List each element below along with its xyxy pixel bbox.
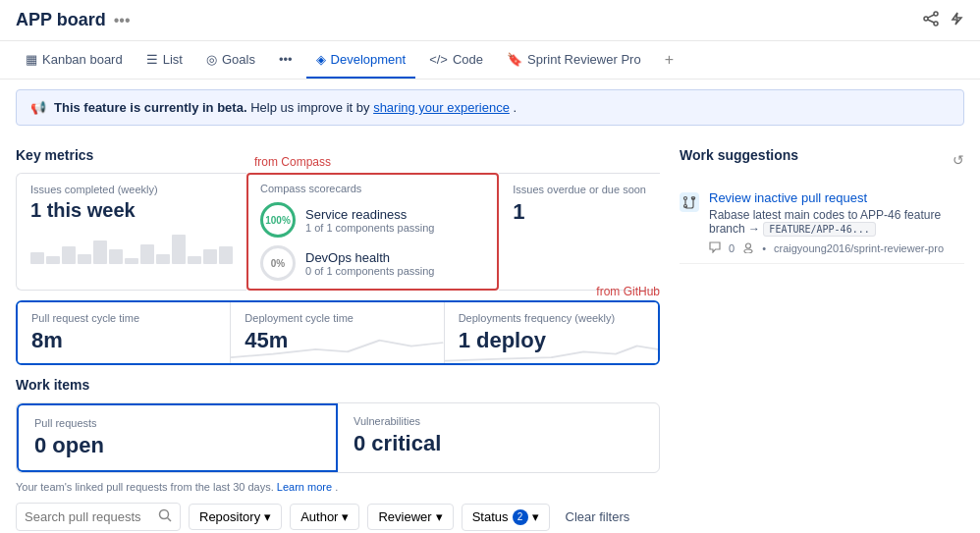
metric-issues-completed: Issues completed (weekly) 1 this week [16,173,246,291]
learn-more-link[interactable]: Learn more [277,481,332,493]
suggestion-item: Review inactive pull request Rabase late… [680,183,964,264]
work-suggestions-title: Work suggestions [680,147,798,163]
goals-icon: ◎ [206,52,217,67]
scorecard-devops-health: 0% DevOps health 0 of 1 components passi… [260,245,485,281]
tab-sprint-reviewer-pro[interactable]: 🔖 Sprint Reviewer Pro [497,42,651,79]
svg-point-0 [934,12,938,16]
scorecard-service-readiness: 100% Service readiness 1 of 1 components… [260,202,485,238]
svg-point-9 [684,197,687,200]
pull-requests-card: Pull requests 0 open [17,403,338,472]
share-icon[interactable] [923,11,939,30]
work-suggestions-header: Work suggestions ↺ [680,147,964,173]
tabs-bar: ▦ Kanban board ☰ List ◎ Goals ••• ◈ Deve… [0,41,980,80]
github-metrics-grid: Pull request cycle time 8m Deployment cy… [16,300,660,365]
tab-list[interactable]: ☰ List [136,42,192,79]
tab-code[interactable]: </> Code [419,42,493,79]
tab-kanban-board[interactable]: ▦ Kanban board [16,42,133,79]
work-items-title: Work items [16,377,660,393]
header: APP board ••• [0,0,980,41]
chevron-down-icon: ▾ [342,509,349,524]
metric-deployment-cycle: Deployment cycle time 45m [231,302,444,363]
lightning-icon[interactable] [949,11,964,30]
svg-point-2 [934,22,938,26]
score-100-circle: 100% [260,202,296,238]
clear-filters-button[interactable]: Clear filters [558,505,638,529]
board-title: APP board [16,10,106,30]
right-column: Work suggestions ↺ Review inactive pull … [660,147,964,533]
compass-area: from Compass Compass scorecards 100% Ser… [246,173,499,291]
from-github-label: from GitHub [596,285,660,298]
sprint-icon: 🔖 [507,52,522,67]
status-filter[interactable]: Status 2 ▾ [462,504,550,531]
tab-development[interactable]: ◈ Development [306,42,416,79]
tab-goals[interactable]: ◎ Goals [196,42,265,79]
search-box[interactable] [16,503,181,531]
metric-deployments-freq: Deployments frequency (weekly) 1 deploy [445,302,658,363]
metric-pr-cycle-time: Pull request cycle time 8m [18,302,231,363]
svg-point-14 [744,249,752,253]
more-icon: ••• [279,52,293,67]
work-items-grid: Pull requests 0 open Vulnerabilities 0 c… [16,402,660,473]
tab-more[interactable]: ••• [269,42,302,79]
svg-point-5 [160,510,169,519]
search-icon [158,508,172,525]
vulnerabilities-card: Vulnerabilities 0 critical [338,403,659,472]
list-icon: ☰ [146,52,158,67]
search-input[interactable] [25,509,152,524]
chevron-down-icon: ▾ [264,509,271,524]
work-items-section: Work items Pull requests 0 open Vulnerab… [16,377,660,533]
suggestion-meta: 0 • craigyoung2016/sprint-reviewer-pro [709,241,964,255]
svg-point-1 [924,17,928,21]
header-actions [923,11,964,30]
repository-filter[interactable]: Repository ▾ [189,504,282,530]
github-metrics-area: from GitHub Pull request cycle time 8m D… [16,300,660,365]
megaphone-icon: 📢 [30,100,46,115]
suggestion-sub: Rabase latest main codes to APP-46 featu… [709,208,964,236]
key-metrics-title: Key metrics [16,147,660,163]
left-column: Key metrics Issues completed (weekly) 1 … [16,147,660,533]
add-tab-button[interactable]: + [659,41,680,79]
svg-line-3 [928,15,934,18]
branch-label: craigyoung2016/sprint-reviewer-pro [774,242,944,254]
author-filter[interactable]: Author ▾ [290,504,359,530]
svg-line-4 [928,20,934,23]
suggestion-pr-icon [680,192,699,212]
svg-line-6 [168,518,172,522]
reviewer-icon [742,241,754,255]
suggestion-branch: FEATURE/APP-46... [763,222,875,237]
refresh-icon[interactable]: ↺ [953,152,964,168]
beta-banner: 📢 This feature is currently in beta. Hel… [16,89,964,126]
metrics-area: Issues completed (weekly) 1 this week [16,173,660,291]
suggestion-title[interactable]: Review inactive pull request [709,190,964,205]
header-more-icon[interactable]: ••• [114,12,131,29]
sharing-experience-link[interactable]: sharing your experience [373,100,510,115]
code-icon: </> [429,52,448,67]
filters-bar: Repository ▾ Author ▾ Reviewer ▾ Status … [16,503,660,531]
chevron-down-icon: ▾ [532,509,539,524]
main-content: Key metrics Issues completed (weekly) 1 … [0,135,980,533]
comment-icon [709,241,721,255]
chevron-down-icon: ▾ [436,509,443,524]
reviewer-filter[interactable]: Reviewer ▾ [367,504,453,530]
compass-scorecards-box: Compass scorecards 100% Service readines… [246,173,499,291]
development-icon: ◈ [316,52,326,67]
score-0-circle: 0% [260,245,296,281]
kanban-icon: ▦ [26,52,37,67]
info-text: Your team's linked pull requests from th… [16,481,660,493]
svg-point-13 [746,243,751,248]
from-compass-label: from Compass [254,155,331,169]
status-badge: 2 [513,509,528,525]
metric-issues-overdue: Issues overdue or due soon 1 [499,173,660,291]
